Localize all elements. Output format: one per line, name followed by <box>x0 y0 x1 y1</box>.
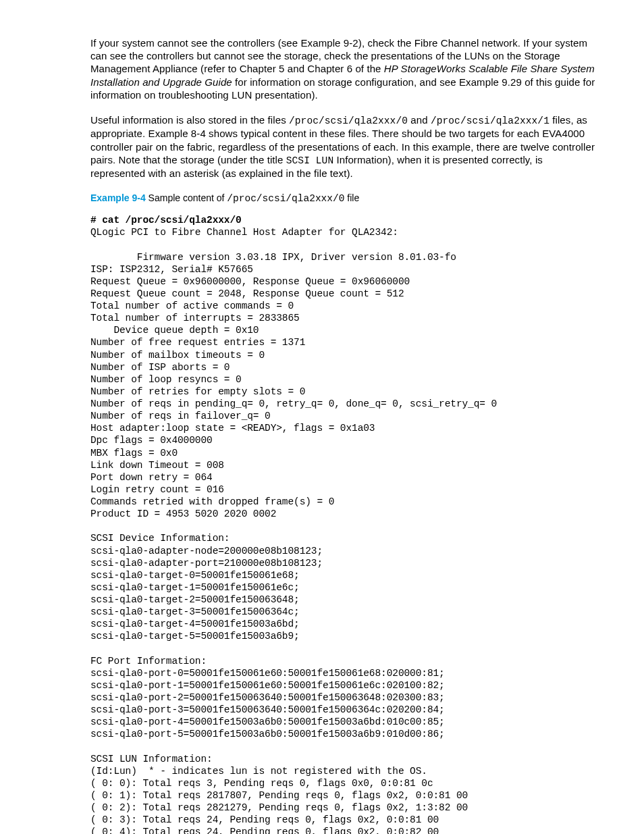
text: Useful information is also stored in the… <box>90 114 289 126</box>
caption-text: Sample content of <box>146 192 227 203</box>
text: and <box>408 114 431 126</box>
paragraph-1: If your system cannot see the controller… <box>90 36 595 101</box>
inline-code: SCSI LUN <box>286 155 333 166</box>
caption-text: file <box>344 192 359 203</box>
example-caption: Example 9-4 Sample content of /proc/scsi… <box>90 192 595 205</box>
inline-code: /proc/scsi/qla2xxx/0 <box>289 115 408 126</box>
code-block: # cat /proc/scsi/qla2xxx/0 QLogic PCI to… <box>90 214 595 834</box>
example-label: Example 9-4 <box>90 192 146 203</box>
paragraph-2: Useful information is also stored in the… <box>90 113 595 180</box>
code-body: QLogic PCI to Fibre Channel Host Adapter… <box>90 227 497 834</box>
caption-code: /proc/scsi/qla2xxx/0 <box>227 193 344 204</box>
inline-code: /proc/scsi/qla2xxx/1 <box>431 115 549 126</box>
command-line: # cat /proc/scsi/qla2xxx/0 <box>90 215 242 226</box>
